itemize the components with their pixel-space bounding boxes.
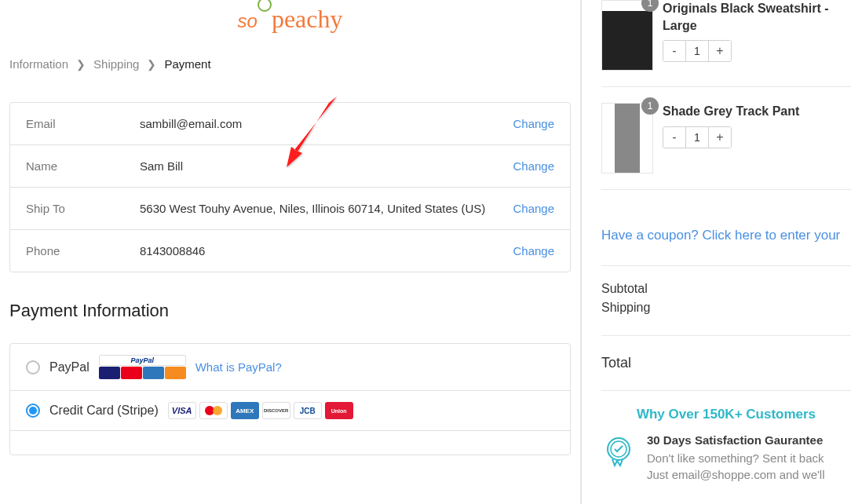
credit-card-icons: VISA AMEX DISCOVER JCB Union — [168, 402, 353, 419]
breadcrumb-payment[interactable]: Payment — [164, 57, 210, 71]
trust-title: Why Over 150K+ Customers — [601, 407, 851, 422]
logo-so: so — [238, 10, 257, 31]
info-value: 8143008846 — [140, 244, 513, 257]
radio-stripe[interactable] — [26, 404, 40, 418]
info-label: Phone — [26, 244, 140, 257]
discover-mini-icon — [165, 367, 186, 379]
payment-expand-area — [10, 431, 570, 455]
payment-option-paypal[interactable]: PayPal PayPal What is PayPal? — [10, 344, 570, 391]
customer-info-box: Email sambill@email.com Change Name Sam … — [9, 102, 571, 272]
info-row-phone: Phone 8143008846 Change — [10, 230, 570, 272]
product-thumbnail[interactable]: 1 — [601, 103, 653, 173]
stripe-label: Credit Card (Stripe) — [49, 404, 159, 418]
trust-heading: 30 Days Satisfaction Gaurantee — [647, 433, 825, 447]
trust-body: Don't like something? Sent it back — [647, 450, 825, 466]
discover-icon: DISCOVER — [262, 402, 290, 419]
info-label: Name — [26, 159, 140, 173]
change-phone-link[interactable]: Change — [513, 244, 554, 257]
trust-item-text: 30 Days Satisfaction Gaurantee Don't lik… — [647, 433, 825, 483]
product-name: Shade Grey Track Pant — [663, 103, 851, 120]
grand-total: Total — [601, 336, 851, 391]
qty-plus-button[interactable]: + — [709, 41, 731, 61]
change-name-link[interactable]: Change — [513, 159, 554, 173]
total-label: Total — [601, 355, 631, 371]
breadcrumb-shipping[interactable]: Shipping — [93, 57, 139, 71]
product-name: Originals Black Sweatshirt - Large — [663, 0, 851, 34]
info-label: Email — [26, 117, 140, 130]
qty-minus-button[interactable]: - — [663, 41, 685, 61]
qty-value: 1 — [685, 41, 709, 61]
chevron-right-icon: ❯ — [76, 58, 86, 71]
qty-badge: 1 — [641, 97, 659, 115]
info-value: 5630 West Touhy Avenue, Niles, Illinois … — [140, 202, 513, 215]
coupon-link[interactable]: Have a coupon? Click here to enter your — [601, 228, 840, 243]
subtotal-label: Subtotal — [601, 282, 648, 296]
cart-item-details: Originals Black Sweatshirt - Large - 1 + — [663, 0, 851, 71]
change-email-link[interactable]: Change — [513, 117, 554, 130]
peach-icon — [257, 0, 272, 12]
chevron-right-icon: ❯ — [147, 58, 156, 71]
shipping-label: Shipping — [601, 301, 650, 315]
breadcrumb-information[interactable]: Information — [9, 57, 68, 71]
qty-control: - 1 + — [663, 40, 732, 62]
trust-body: Just email@shoppe.com and we'll — [647, 466, 825, 483]
radio-paypal[interactable] — [26, 360, 40, 374]
order-summary-sidebar: 1 Originals Black Sweatshirt - Large - 1… — [580, 0, 851, 504]
qty-minus-button[interactable]: - — [663, 127, 685, 148]
visa-icon: VISA — [168, 402, 196, 419]
paypal-label: PayPal — [49, 360, 89, 374]
payment-options-box: PayPal PayPal What is PayPal? Credit Car… — [9, 343, 571, 455]
main-content: sopeachy Information ❯ Shipping ❯ Paymen… — [0, 0, 580, 504]
mastercard-mini-icon — [121, 367, 142, 379]
mastercard-icon — [199, 402, 228, 419]
visa-mini-icon — [99, 367, 120, 379]
logo-peachy: peachy — [272, 5, 343, 33]
amex-icon: AMEX — [231, 402, 259, 419]
logo[interactable]: sopeachy — [238, 5, 343, 34]
qty-control: - 1 + — [663, 126, 732, 148]
qty-value: 1 — [685, 127, 709, 148]
info-row-email: Email sambill@email.com Change — [10, 103, 570, 145]
product-thumbnail[interactable]: 1 — [601, 0, 653, 71]
change-shipto-link[interactable]: Change — [513, 202, 554, 215]
info-row-shipto: Ship To 5630 West Touhy Avenue, Niles, I… — [10, 188, 570, 230]
logo-wrap: sopeachy — [9, 0, 571, 57]
coupon-row: Have a coupon? Click here to enter your — [601, 206, 851, 266]
trust-item: 30 Days Satisfaction Gaurantee Don't lik… — [601, 433, 851, 483]
amex-mini-icon — [143, 367, 164, 379]
breadcrumb: Information ❯ Shipping ❯ Payment — [9, 57, 571, 71]
shipping-line: Shipping — [601, 301, 851, 315]
subtotal-line: Subtotal — [601, 282, 851, 296]
jcb-icon: JCB — [294, 402, 322, 419]
info-label: Ship To — [26, 202, 140, 215]
info-value: sambill@email.com — [140, 117, 513, 130]
qty-plus-button[interactable]: + — [709, 127, 731, 148]
info-value: Sam Bill — [140, 159, 513, 173]
qty-badge: 1 — [641, 0, 659, 12]
cart-item: 1 Shade Grey Track Pant - 1 + — [601, 103, 851, 190]
payment-option-stripe[interactable]: Credit Card (Stripe) VISA AMEX DISCOVER … — [10, 391, 570, 431]
trust-section: Why Over 150K+ Customers 30 Days Satisfa… — [601, 391, 851, 483]
payment-info-heading: Payment Information — [9, 301, 571, 321]
cart-item: 1 Originals Black Sweatshirt - Large - 1… — [601, 0, 851, 87]
info-row-name: Name Sam Bill Change — [10, 145, 570, 188]
what-is-paypal-link[interactable]: What is PayPal? — [195, 360, 282, 374]
guarantee-badge-icon — [601, 433, 636, 468]
order-totals: Subtotal Shipping — [601, 266, 851, 336]
cart-item-details: Shade Grey Track Pant - 1 + — [663, 103, 851, 173]
paypal-badge-icon: PayPal — [99, 355, 186, 379]
unionpay-icon: Union — [325, 402, 353, 419]
